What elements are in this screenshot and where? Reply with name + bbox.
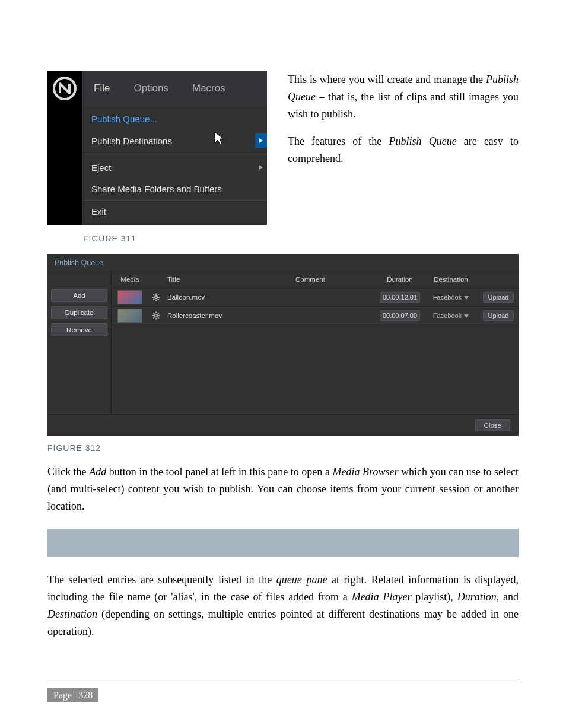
svg-line-9	[153, 299, 154, 300]
remove-button[interactable]: Remove	[51, 323, 107, 336]
svg-line-7	[158, 299, 159, 300]
queue-empty-area	[112, 325, 519, 414]
queue-row[interactable]: Balloon.mov 00.00.12.01 Facebook Upload	[112, 288, 519, 306]
queue-row[interactable]: Rollercoaster.mov 00.00.07.00 Facebook U…	[112, 306, 519, 325]
intro-text: This is where you will create and manage…	[288, 71, 519, 178]
close-button[interactable]: Close	[475, 419, 510, 431]
menu-separator	[82, 200, 267, 201]
svg-line-16	[158, 317, 159, 319]
menu-options[interactable]: Options	[133, 82, 168, 94]
menu-bar: File Options Macros	[82, 71, 267, 106]
col-title: Title	[164, 276, 244, 283]
menu-file[interactable]: File	[94, 82, 110, 94]
svg-line-17	[158, 313, 159, 314]
svg-line-15	[153, 313, 154, 314]
thumbnail	[117, 309, 142, 323]
row-duration: 00.00.07.00	[380, 310, 420, 321]
svg-point-1	[155, 296, 157, 298]
menu-item-publish-destinations[interactable]: Publish Destinations	[82, 129, 267, 152]
gear-icon[interactable]	[151, 311, 161, 320]
menu-item-publish-queue[interactable]: Publish Queue...	[82, 109, 267, 129]
upload-button[interactable]: Upload	[483, 292, 514, 303]
dropdown-icon	[464, 312, 469, 319]
menu-item-eject[interactable]: Eject	[82, 155, 267, 179]
svg-line-8	[158, 294, 159, 295]
row-destination[interactable]: Facebook	[433, 312, 469, 319]
menu-item-label: Publish Destinations	[91, 136, 172, 146]
figure-311-caption: FIGURE 311	[83, 234, 519, 243]
publish-queue-title: Publish Queue	[47, 254, 519, 271]
file-dropdown: Publish Queue... Publish Destinations	[82, 106, 267, 225]
menu-separator	[82, 154, 267, 154]
col-comment: Comment	[244, 276, 376, 283]
footer-rule	[47, 682, 519, 682]
col-duration: Duration	[376, 276, 424, 283]
row-title: Rollercoaster.mov	[164, 312, 244, 319]
col-media: Media	[112, 276, 148, 283]
queue-tool-panel: Add Duplicate Remove	[47, 271, 112, 414]
menu-item-share-media[interactable]: Share Media Folders and Buffers	[82, 179, 267, 199]
figure-312: Publish Queue Add Duplicate Remove Media…	[47, 254, 519, 436]
figure-311: File Options Macros Publish Queue... Pub…	[47, 71, 267, 225]
cursor-icon	[214, 131, 225, 148]
duplicate-button[interactable]: Duplicate	[51, 306, 107, 319]
page-number: Page | 328	[47, 688, 98, 702]
thumbnail	[117, 290, 142, 304]
menu-macros[interactable]: Macros	[192, 82, 225, 94]
row-title: Balloon.mov	[164, 294, 244, 301]
svg-line-18	[153, 317, 154, 319]
note-bar	[47, 529, 519, 557]
paragraph-4: The selected entries are subsequently li…	[47, 571, 519, 640]
menu-item-exit[interactable]: Exit	[82, 202, 267, 221]
submenu-arrow-icon	[255, 160, 267, 174]
figure-312-caption: FIGURE 312	[47, 443, 519, 453]
svg-point-10	[155, 314, 157, 317]
row-destination[interactable]: Facebook	[433, 294, 469, 301]
upload-button[interactable]: Upload	[483, 310, 514, 321]
submenu-arrow-icon	[255, 133, 267, 148]
add-button[interactable]: Add	[51, 289, 107, 302]
paragraph-3: Click the Add button in the tool panel a…	[47, 463, 519, 514]
row-duration: 00.00.12.01	[380, 292, 420, 303]
col-destination: Destination	[424, 276, 478, 283]
app-logo	[47, 71, 82, 106]
queue-header-row: Media Title Comment Duration Destination	[112, 271, 519, 288]
gear-icon[interactable]	[151, 293, 161, 302]
dropdown-icon	[464, 294, 469, 301]
svg-line-6	[153, 294, 154, 295]
menu-item-label: Eject	[91, 163, 111, 173]
